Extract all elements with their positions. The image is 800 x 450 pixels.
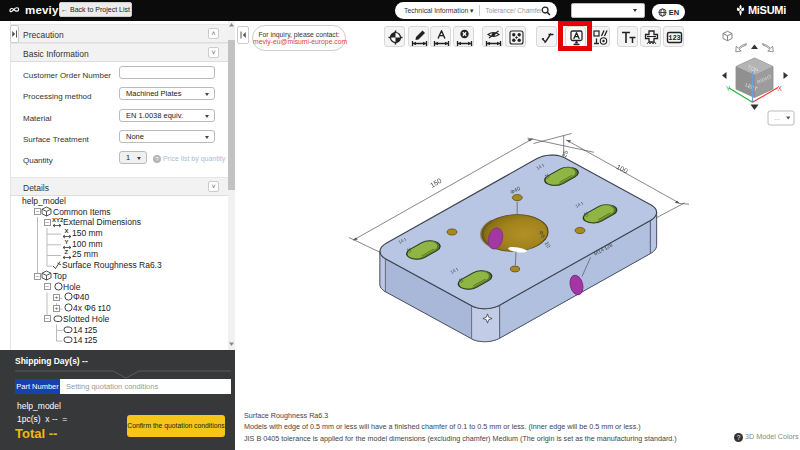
svg-text:123: 123 (668, 34, 681, 42)
svg-text:M14 ɪ28: M14 ɪ28 (593, 242, 614, 257)
svg-text:X: X (65, 228, 69, 234)
svg-text:XYZ: XYZ (52, 217, 63, 223)
svg-text:100: 100 (615, 163, 629, 175)
svg-text:25: 25 (458, 277, 465, 284)
svg-text:25: 25 (406, 247, 413, 254)
svg-text:Z: Z (65, 249, 69, 255)
svg-text:14 ɪ: 14 ɪ (575, 200, 585, 208)
svg-text:25: 25 (561, 149, 569, 158)
svg-text:Y: Y (65, 239, 69, 245)
svg-text:150: 150 (429, 177, 443, 189)
svg-text:Φ40: Φ40 (509, 185, 521, 195)
svg-text:X: X (778, 85, 783, 92)
svg-text:25: 25 (544, 173, 551, 180)
svg-text:…: … (774, 115, 780, 121)
svg-text:LEFT: LEFT (745, 81, 759, 91)
svg-text:Φ6 ɪ 10: Φ6 ɪ 10 (538, 229, 552, 248)
svg-text:Y: Y (726, 85, 731, 92)
svg-text:14 ɪ: 14 ɪ (450, 266, 460, 274)
svg-text:14 ɪ: 14 ɪ (398, 236, 408, 244)
svg-text:14 ɪ: 14 ɪ (536, 162, 546, 170)
svg-text:RIGHT: RIGHT (756, 73, 773, 85)
svg-text:TOP: TOP (747, 63, 760, 73)
svg-text:25: 25 (583, 211, 590, 218)
